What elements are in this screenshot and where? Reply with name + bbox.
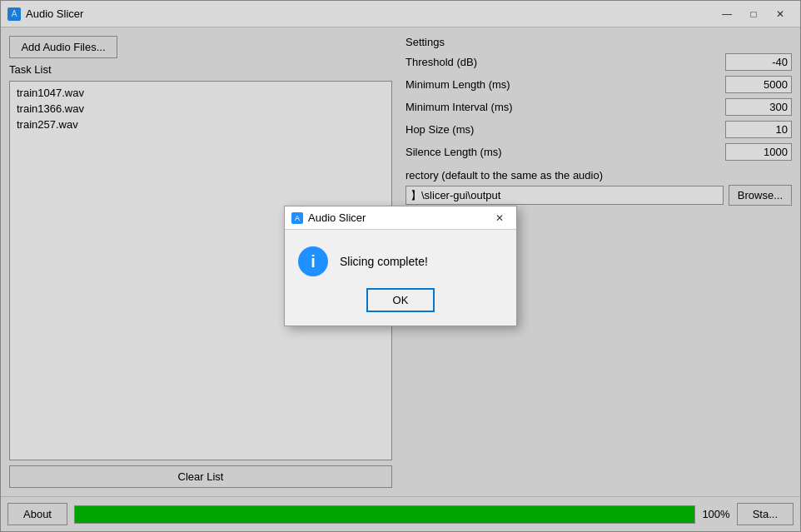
modal-ok-button[interactable]: OK bbox=[366, 288, 435, 312]
info-icon: i bbox=[298, 246, 328, 276]
modal-title-text: Audio Slicer bbox=[308, 211, 366, 224]
modal-title-bar: A Audio Slicer ✕ bbox=[285, 206, 516, 230]
modal-message-text: Slicing complete! bbox=[340, 255, 428, 268]
modal-body: i Slicing complete! OK bbox=[285, 230, 516, 326]
modal-close-button[interactable]: ✕ bbox=[490, 209, 510, 227]
modal-dialog: A Audio Slicer ✕ i Slicing complete! OK bbox=[284, 206, 517, 326]
modal-title-left: A Audio Slicer bbox=[291, 211, 366, 224]
modal-message-row: i Slicing complete! bbox=[298, 246, 503, 276]
modal-app-icon: A bbox=[291, 212, 303, 224]
modal-overlay: A Audio Slicer ✕ i Slicing complete! OK bbox=[0, 0, 801, 532]
